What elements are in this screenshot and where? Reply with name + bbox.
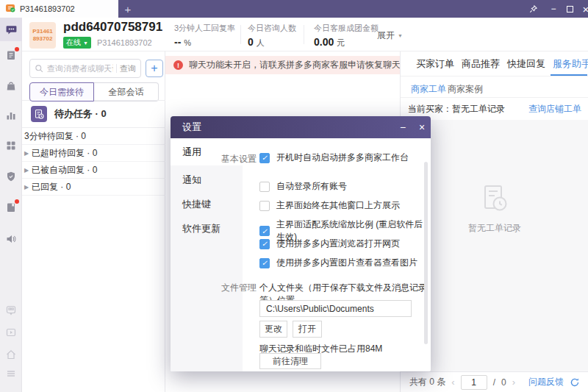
option-label[interactable]: 自动登录所有账号 [276,180,347,193]
plus-icon: + [151,62,157,75]
stat-label: 今日咨询人数 [248,23,296,34]
plus-icon: + [125,3,132,15]
subtab-merchant-tickets[interactable]: 商家工单 [411,83,446,96]
option-label[interactable]: 主界面始终在其他窗口上方展示 [276,199,400,212]
group-3min-pending[interactable]: 3分钟待回复 · 0 [22,128,165,145]
stat-inquiries: 今日咨询人数 0 人 [248,23,296,49]
sidebar-item-announcements[interactable] [0,228,22,250]
page-input[interactable] [461,375,487,390]
divider [304,25,304,44]
group-replied[interactable]: ▶ 已回复 · 0 [22,179,165,196]
sidebar-item-knowledge[interactable] [0,196,22,218]
search-input[interactable] [47,64,113,73]
add-conversation-button[interactable]: + [146,60,163,77]
speaker-icon [5,233,17,245]
basic-settings-label: 基本设置 [221,153,257,165]
option-builtin-image-viewer: ✓ 使用拼多多内置图片查看器查看图片 [259,257,417,269]
checkbox-checked[interactable]: ✓ [259,153,270,163]
expand-button[interactable]: 展开 ▼ [377,29,403,42]
dialog-scrollbar[interactable] [424,162,428,344]
group-overtime-pending[interactable]: ▶ 已超时待回复 · 0 [22,145,165,162]
tab-buyer-orders[interactable]: 买家订单 [416,57,454,71]
menu-icon [5,368,17,379]
sidebar-item-miniprogram[interactable] [0,299,22,321]
app-logo-icon [5,3,15,15]
dialog-tab-updates[interactable]: 软件更新 [171,216,243,240]
sidebar-item-security[interactable] [0,165,22,188]
dialog-tab-notifications[interactable]: 通知 [171,168,243,192]
sidebar-item-menu[interactable] [0,363,22,385]
prev-page-button[interactable]: ‹ [451,377,454,388]
tab-product-recommend[interactable]: 商品推荐 [462,57,500,71]
stat-value: -- [174,36,181,48]
assistant-tabs: 买家订单 商品推荐 快捷回复 服务助手 [401,51,588,76]
feedback-link[interactable]: 问题反馈 [528,376,564,388]
open-folder-button[interactable]: 打开 [293,321,322,338]
minimize-button[interactable]: − [545,0,562,18]
refresh-icon[interactable] [570,377,580,388]
sidebar-item-orders[interactable] [0,44,22,66]
caret-down-icon: ▼ [83,40,88,46]
shield-icon [5,171,17,182]
tab-all-conversations[interactable]: 全部会话 [94,82,159,101]
query-shop-tickets-link[interactable]: 查询店铺工单 [528,103,581,115]
new-tab-button[interactable]: + [118,0,137,18]
account-id: P31461893702 [97,38,152,47]
group-label: 已超时待回复 · 0 [32,147,97,160]
avatar: P31461 893702 [29,22,56,49]
option-autostart: ✓ 开机时自动启动拼多多商家工作台 [259,152,409,164]
alert-icon: ! [173,60,183,70]
account-tab[interactable]: P31461893702 [0,0,118,18]
option-label[interactable]: 开机时自动启动拼多多商家工作台 [276,152,409,164]
sidebar-item-statistics[interactable] [0,104,22,126]
video-icon [5,327,17,338]
search-icon [35,64,44,74]
folder-path-input[interactable] [259,300,412,317]
dialog-close-button[interactable]: × [413,116,431,138]
app-window: P31461893702 + − × [0,0,588,392]
option-label[interactable]: 使用拼多多内置浏览器打开网页 [276,238,400,250]
next-page-button[interactable]: › [512,377,515,388]
checkbox-checked[interactable]: ✓ [259,258,270,268]
pin-icon [528,4,538,14]
dialog-titlebar: 设置 [171,116,431,138]
subtab-merchant-cases[interactable]: 商家案例 [448,83,483,96]
search-button[interactable]: 查询 [120,63,136,74]
todo-tasks-row[interactable]: 待办任务 · 0 [22,101,165,128]
stat-label: 今日客服成团金额 [314,23,379,34]
checkbox-unchecked[interactable] [259,182,270,192]
tab-service-assistant[interactable]: 服务助手 [553,57,588,71]
home-icon [5,349,17,360]
maximize-button[interactable] [562,0,578,18]
file-management-label: 文件管理 [221,282,257,294]
dialog-tab-shortcuts[interactable]: 快捷键 [171,192,243,216]
pin-button[interactable] [525,0,541,18]
sidebar-item-chat[interactable] [0,18,22,41]
group-label: 3分钟待回复 · 0 [24,130,86,143]
group-auto-replied[interactable]: ▶ 已被自动回复 · 0 [22,162,165,179]
sidebar-item-apps[interactable] [0,135,22,157]
clean-up-button[interactable]: 前往清理 [259,353,321,369]
dialog-minimize-button[interactable]: − [394,116,412,138]
total-count: 共有 0 条 [409,376,445,388]
online-status-badge[interactable]: 在线 ▼ [63,37,91,49]
sidebar-item-video[interactable] [0,321,22,343]
checkbox-checked[interactable]: ✓ [259,239,270,249]
option-autologin: 自动登录所有账号 [259,180,347,193]
total-pages: 0 [501,377,506,388]
checkbox-unchecked[interactable] [259,201,270,211]
tab-today-reception[interactable]: 今日需接待 [29,82,94,101]
titlebar: P31461893702 + − × [0,0,588,18]
header: P31461 893702 pdd64070758791 在线 ▼ P31461… [22,18,588,51]
conversation-list-panel: 查询 + 今日需接待 全部会话 待办任务 · 0 3分钟待回复 · 0 ▶ 已超… [22,51,165,392]
group-label: 已被自动回复 · 0 [32,164,97,177]
change-folder-button[interactable]: 更改 [259,321,287,338]
check-icon: ✓ [262,227,268,235]
checkbox-checked[interactable]: ✓ [259,226,270,236]
close-button[interactable]: × [578,0,588,18]
option-label[interactable]: 使用拼多多内置图片查看器查看图片 [276,257,417,269]
close-icon: × [583,3,588,15]
tab-quick-replies[interactable]: 快捷回复 [507,57,545,71]
sidebar-item-shop[interactable] [0,75,22,97]
check-icon: ✓ [262,240,268,248]
